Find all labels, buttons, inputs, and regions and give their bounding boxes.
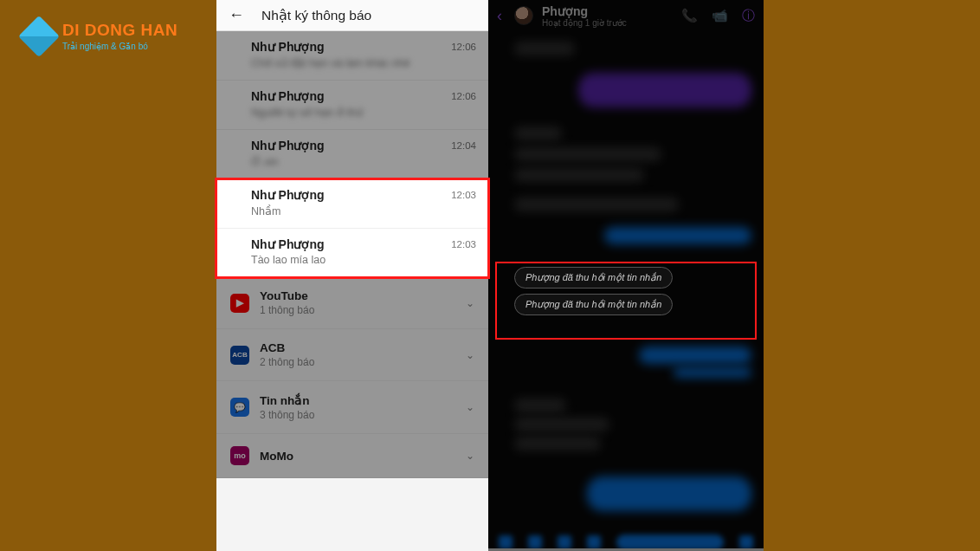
chevron-down-icon[interactable]: ⌄ [466, 450, 474, 462]
back-chevron-icon[interactable]: ‹ [497, 7, 502, 25]
notif-message: Chờ xử đặt hẹn và làm khác nhé [251, 56, 474, 69]
app-row[interactable]: mo MoMo ⌄ [216, 434, 488, 478]
blurred-message [514, 147, 661, 161]
app-subtitle: 3 thông báo [260, 409, 455, 421]
app-subtitle: 1 thông báo [260, 304, 455, 316]
chevron-down-icon[interactable]: ⌄ [466, 297, 474, 309]
notif-item[interactable]: Như Phượng Ờ.xin 12:04 [216, 130, 488, 179]
notification-log-panel: ← Nhật ký thông báo Như Phượng Chờ xử đặ… [216, 0, 488, 551]
app-title: MoMo [260, 450, 455, 463]
logo-sub-text: Trải nghiệm & Gắn bó [62, 42, 177, 51]
notif-item-highlighted[interactable]: Như Phượng Tào lao mía lao 12:03 [216, 229, 488, 277]
logo-diamond-icon [18, 15, 60, 56]
blurred-message [514, 437, 601, 451]
blurred-message [514, 198, 679, 211]
notification-header: ← Nhật ký thông báo [216, 0, 488, 31]
notif-time: 12:06 [451, 42, 476, 52]
acb-icon: ACB [230, 346, 249, 365]
info-icon[interactable]: ⓘ [742, 8, 755, 24]
blurred-message [514, 399, 566, 412]
brand-logo: DI DONG HAN Trải nghiệm & Gắn bó [24, 21, 177, 51]
back-arrow-icon[interactable]: ← [229, 6, 244, 24]
app-title: YouTube [260, 289, 455, 302]
chat-name: Phượng [542, 4, 627, 18]
app-subtitle: 2 thông báo [260, 356, 455, 368]
blurred-message [514, 42, 575, 55]
notif-name: Như Phượng [251, 188, 474, 202]
messages-icon: 💬 [230, 398, 249, 417]
notif-time: 12:03 [451, 190, 476, 200]
momo-icon: mo [230, 446, 249, 465]
blurred-message [514, 418, 609, 431]
notif-time: 12:04 [451, 140, 476, 151]
notif-name: Như Phượng [251, 40, 474, 54]
chat-status: Hoạt động 1 giờ trước [542, 18, 627, 28]
youtube-icon: ▶ [230, 294, 249, 313]
recalled-message-pill: Phượng đã thu hồi một tin nhắn [514, 294, 673, 315]
blurred-message [514, 126, 562, 140]
chat-header: ‹ Phượng Hoạt động 1 giờ trước 📞 📹 ⓘ [488, 0, 764, 31]
notif-time: 12:06 [451, 91, 476, 101]
blurred-message [639, 347, 751, 364]
video-icon[interactable]: 📹 [712, 8, 728, 24]
logo-main-text: DI DONG HAN [62, 21, 177, 40]
avatar[interactable] [514, 6, 533, 25]
notif-message: Ngườii tự sớ hẹn ở thứ [251, 106, 474, 119]
app-title: Tin nhắn [260, 393, 455, 407]
notif-message: Ờ.xin [251, 155, 474, 168]
notif-item-highlighted[interactable]: Như Phượng Nhầm 12:03 [216, 179, 488, 229]
blurred-message [587, 476, 751, 511]
notif-message: Tào lao mía lao [251, 254, 474, 266]
notif-item[interactable]: Như Phượng Chờ xử đặt hẹn và làm khác nh… [216, 31, 488, 81]
notif-message: Nhầm [251, 204, 474, 217]
notif-name: Như Phượng [251, 139, 474, 152]
phone-icon[interactable]: 📞 [681, 8, 698, 24]
page-title: Nhật ký thông báo [261, 8, 371, 23]
blurred-message [514, 168, 644, 182]
notif-item[interactable]: Như Phượng Ngườii tự sớ hẹn ở thứ 12:06 [216, 81, 488, 130]
notif-time: 12:03 [451, 239, 476, 250]
chevron-down-icon[interactable]: ⌄ [466, 349, 474, 361]
notif-name: Như Phượng [251, 237, 474, 251]
notif-name: Như Phượng [251, 89, 474, 103]
recalled-message-pill: Phượng đã thu hồi một tin nhắn [514, 267, 673, 288]
app-row[interactable]: ▶ YouTube 1 thông báo ⌄ [216, 277, 488, 329]
recalled-messages-area: Phượng đã thu hồi một tin nhắn Phượng đã… [495, 262, 757, 340]
blurred-message [578, 73, 751, 107]
app-title: ACB [260, 341, 455, 354]
messenger-chat-panel: ‹ Phượng Hoạt động 1 giờ trước 📞 📹 ⓘ [488, 0, 764, 551]
blurred-message [674, 367, 751, 378]
app-row[interactable]: ACB ACB 2 thông báo ⌄ [216, 329, 488, 381]
chevron-down-icon[interactable]: ⌄ [466, 401, 474, 413]
app-row[interactable]: 💬 Tin nhắn 3 thông báo ⌄ [216, 381, 488, 434]
blurred-message [604, 227, 751, 244]
